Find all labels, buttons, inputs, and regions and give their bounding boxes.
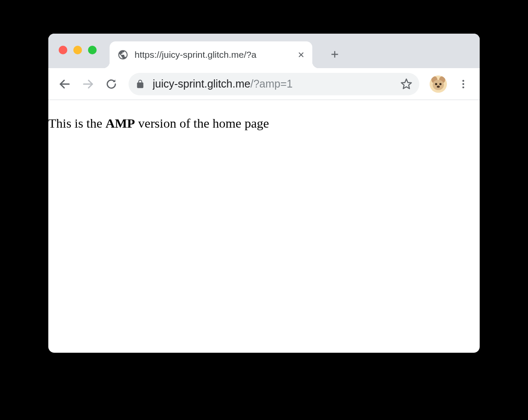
avatar-icon xyxy=(430,75,447,93)
close-icon xyxy=(297,50,305,59)
titlebar: https://juicy-sprint.glitch.me/?a xyxy=(48,34,480,68)
profile-avatar[interactable] xyxy=(430,75,447,93)
url-path: /?amp=1 xyxy=(250,78,292,90)
plus-icon xyxy=(329,49,340,60)
window-close-button[interactable] xyxy=(59,46,67,54)
lock-icon xyxy=(135,79,145,89)
forward-button[interactable] xyxy=(79,75,97,94)
more-vertical-icon xyxy=(458,78,469,90)
browser-tab[interactable]: https://juicy-sprint.glitch.me/?a xyxy=(110,41,312,68)
content-text-after: version of the home page xyxy=(135,116,269,130)
window-maximize-button[interactable] xyxy=(88,46,97,54)
new-tab-button[interactable] xyxy=(325,45,344,64)
svg-point-13 xyxy=(437,85,440,88)
page-content: This is the AMP version of the home page xyxy=(48,100,480,132)
svg-point-12 xyxy=(440,83,442,85)
globe-icon xyxy=(117,49,129,60)
window-controls xyxy=(48,34,97,54)
url-text: juicy-sprint.glitch.me/?amp=1 xyxy=(153,78,395,90)
svg-point-15 xyxy=(462,83,464,85)
tab-strip: https://juicy-sprint.glitch.me/?a xyxy=(110,34,344,68)
reload-icon xyxy=(105,78,117,90)
arrow-right-icon xyxy=(82,78,94,91)
menu-button[interactable] xyxy=(454,75,473,94)
content-text-before: This is the xyxy=(48,116,106,130)
reload-button[interactable] xyxy=(102,75,121,94)
tab-close-button[interactable] xyxy=(296,50,306,60)
tab-title: https://juicy-sprint.glitch.me/?a xyxy=(135,50,292,60)
svg-point-14 xyxy=(462,80,464,81)
svg-marker-6 xyxy=(401,79,411,88)
url-host: juicy-sprint.glitch.me xyxy=(153,78,250,90)
toolbar: juicy-sprint.glitch.me/?amp=1 xyxy=(48,68,480,100)
browser-window: https://juicy-sprint.glitch.me/?a xyxy=(48,34,480,353)
address-bar[interactable]: juicy-sprint.glitch.me/?amp=1 xyxy=(129,73,419,95)
svg-point-16 xyxy=(462,86,464,88)
svg-point-10 xyxy=(433,80,444,90)
star-icon xyxy=(400,78,412,90)
back-button[interactable] xyxy=(55,75,74,94)
bookmark-button[interactable] xyxy=(400,78,412,90)
arrow-left-icon xyxy=(58,78,71,91)
svg-point-11 xyxy=(435,83,437,85)
window-minimize-button[interactable] xyxy=(73,46,82,54)
content-bold: AMP xyxy=(106,116,135,130)
